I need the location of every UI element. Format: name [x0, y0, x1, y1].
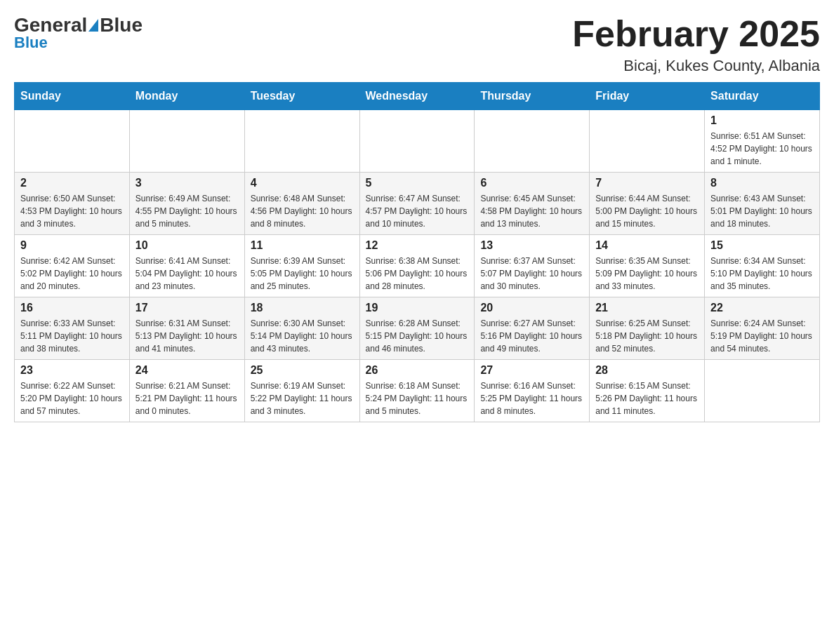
day-info: Sunrise: 6:42 AM Sunset: 5:02 PM Dayligh…: [20, 255, 124, 293]
day-number: 25: [251, 364, 354, 377]
day-info: Sunrise: 6:45 AM Sunset: 4:58 PM Dayligh…: [480, 192, 583, 230]
calendar-cell: 11Sunrise: 6:39 AM Sunset: 5:05 PM Dayli…: [244, 235, 359, 297]
day-number: 1: [710, 114, 814, 127]
day-info: Sunrise: 6:24 AM Sunset: 5:19 PM Dayligh…: [710, 317, 814, 355]
day-number: 6: [480, 177, 583, 189]
calendar-cell: 4Sunrise: 6:48 AM Sunset: 4:56 PM Daylig…: [244, 173, 359, 235]
calendar-cell: [244, 110, 359, 173]
calendar-cell: [705, 360, 820, 422]
calendar-cell: 10Sunrise: 6:41 AM Sunset: 5:04 PM Dayli…: [129, 235, 244, 297]
day-header-saturday: Saturday: [705, 83, 820, 110]
day-number: 26: [366, 364, 469, 377]
day-header-tuesday: Tuesday: [244, 83, 359, 110]
day-info: Sunrise: 6:33 AM Sunset: 5:11 PM Dayligh…: [20, 317, 124, 355]
month-title: February 2025: [572, 14, 820, 54]
calendar-table: SundayMondayTuesdayWednesdayThursdayFrid…: [14, 82, 820, 422]
day-info: Sunrise: 6:27 AM Sunset: 5:16 PM Dayligh…: [480, 317, 583, 355]
logo-triangle-icon: [88, 19, 98, 32]
calendar-header-row: SundayMondayTuesdayWednesdayThursdayFrid…: [15, 83, 820, 110]
calendar-cell: 20Sunrise: 6:27 AM Sunset: 5:16 PM Dayli…: [475, 297, 590, 360]
logo-subtitle: Blue: [14, 34, 48, 52]
calendar-cell: 6Sunrise: 6:45 AM Sunset: 4:58 PM Daylig…: [475, 173, 590, 235]
page-header: General Blue Blue February 2025 Bicaj, K…: [14, 14, 820, 75]
calendar-cell: [129, 110, 244, 173]
day-number: 5: [366, 177, 469, 189]
day-number: 24: [135, 364, 239, 377]
day-info: Sunrise: 6:15 AM Sunset: 5:26 PM Dayligh…: [595, 380, 699, 417]
calendar-cell: 3Sunrise: 6:49 AM Sunset: 4:55 PM Daylig…: [129, 173, 244, 235]
day-number: 7: [595, 177, 699, 189]
day-info: Sunrise: 6:21 AM Sunset: 5:21 PM Dayligh…: [135, 380, 239, 417]
calendar-cell: 19Sunrise: 6:28 AM Sunset: 5:15 PM Dayli…: [359, 297, 475, 360]
day-header-thursday: Thursday: [475, 83, 590, 110]
day-header-wednesday: Wednesday: [359, 83, 475, 110]
day-number: 11: [251, 239, 354, 252]
day-info: Sunrise: 6:25 AM Sunset: 5:18 PM Dayligh…: [595, 317, 699, 355]
day-number: 18: [251, 302, 354, 314]
calendar-week-3: 9Sunrise: 6:42 AM Sunset: 5:02 PM Daylig…: [15, 235, 820, 297]
calendar-cell: 5Sunrise: 6:47 AM Sunset: 4:57 PM Daylig…: [359, 173, 475, 235]
day-info: Sunrise: 6:22 AM Sunset: 5:20 PM Dayligh…: [20, 380, 124, 417]
day-number: 23: [20, 364, 124, 377]
calendar-cell: 7Sunrise: 6:44 AM Sunset: 5:00 PM Daylig…: [590, 173, 705, 235]
logo-blue-text: Blue: [100, 14, 143, 36]
calendar-cell: [475, 110, 590, 173]
day-number: 19: [366, 302, 469, 314]
calendar-cell: 28Sunrise: 6:15 AM Sunset: 5:26 PM Dayli…: [590, 360, 705, 422]
calendar-cell: 12Sunrise: 6:38 AM Sunset: 5:06 PM Dayli…: [359, 235, 475, 297]
day-number: 2: [20, 177, 124, 189]
day-number: 14: [595, 239, 699, 252]
calendar-cell: 2Sunrise: 6:50 AM Sunset: 4:53 PM Daylig…: [15, 173, 130, 235]
day-number: 12: [366, 239, 469, 252]
calendar-cell: 15Sunrise: 6:34 AM Sunset: 5:10 PM Dayli…: [705, 235, 820, 297]
calendar-cell: 9Sunrise: 6:42 AM Sunset: 5:02 PM Daylig…: [15, 235, 130, 297]
calendar-cell: 17Sunrise: 6:31 AM Sunset: 5:13 PM Dayli…: [129, 297, 244, 360]
calendar-week-4: 16Sunrise: 6:33 AM Sunset: 5:11 PM Dayli…: [15, 297, 820, 360]
day-info: Sunrise: 6:43 AM Sunset: 5:01 PM Dayligh…: [710, 192, 814, 230]
calendar-cell: 24Sunrise: 6:21 AM Sunset: 5:21 PM Dayli…: [129, 360, 244, 422]
calendar-week-2: 2Sunrise: 6:50 AM Sunset: 4:53 PM Daylig…: [15, 173, 820, 235]
day-number: 13: [480, 239, 583, 252]
day-info: Sunrise: 6:51 AM Sunset: 4:52 PM Dayligh…: [710, 130, 814, 168]
day-info: Sunrise: 6:44 AM Sunset: 5:00 PM Dayligh…: [595, 192, 699, 230]
calendar-cell: [359, 110, 475, 173]
day-number: 3: [135, 177, 239, 189]
calendar-week-1: 1Sunrise: 6:51 AM Sunset: 4:52 PM Daylig…: [15, 110, 820, 173]
day-header-friday: Friday: [590, 83, 705, 110]
day-info: Sunrise: 6:16 AM Sunset: 5:25 PM Dayligh…: [480, 380, 583, 417]
day-info: Sunrise: 6:18 AM Sunset: 5:24 PM Dayligh…: [366, 380, 469, 417]
calendar-cell: 21Sunrise: 6:25 AM Sunset: 5:18 PM Dayli…: [590, 297, 705, 360]
day-number: 21: [595, 302, 699, 314]
calendar-cell: 18Sunrise: 6:30 AM Sunset: 5:14 PM Dayli…: [244, 297, 359, 360]
day-number: 16: [20, 302, 124, 314]
day-number: 15: [710, 239, 814, 252]
day-info: Sunrise: 6:37 AM Sunset: 5:07 PM Dayligh…: [480, 255, 583, 293]
calendar-cell: 27Sunrise: 6:16 AM Sunset: 5:25 PM Dayli…: [475, 360, 590, 422]
calendar-cell: 26Sunrise: 6:18 AM Sunset: 5:24 PM Dayli…: [359, 360, 475, 422]
day-number: 28: [595, 364, 699, 377]
calendar-cell: 25Sunrise: 6:19 AM Sunset: 5:22 PM Dayli…: [244, 360, 359, 422]
day-info: Sunrise: 6:31 AM Sunset: 5:13 PM Dayligh…: [135, 317, 239, 355]
day-info: Sunrise: 6:48 AM Sunset: 4:56 PM Dayligh…: [251, 192, 354, 230]
day-number: 4: [251, 177, 354, 189]
day-info: Sunrise: 6:39 AM Sunset: 5:05 PM Dayligh…: [251, 255, 354, 293]
calendar-cell: 16Sunrise: 6:33 AM Sunset: 5:11 PM Dayli…: [15, 297, 130, 360]
calendar-cell: 14Sunrise: 6:35 AM Sunset: 5:09 PM Dayli…: [590, 235, 705, 297]
calendar-cell: 13Sunrise: 6:37 AM Sunset: 5:07 PM Dayli…: [475, 235, 590, 297]
day-number: 20: [480, 302, 583, 314]
day-info: Sunrise: 6:50 AM Sunset: 4:53 PM Dayligh…: [20, 192, 124, 230]
calendar-cell: [590, 110, 705, 173]
day-number: 9: [20, 239, 124, 252]
title-section: February 2025 Bicaj, Kukes County, Alban…: [572, 14, 820, 75]
day-header-sunday: Sunday: [15, 83, 130, 110]
calendar-week-5: 23Sunrise: 6:22 AM Sunset: 5:20 PM Dayli…: [15, 360, 820, 422]
day-info: Sunrise: 6:34 AM Sunset: 5:10 PM Dayligh…: [710, 255, 814, 293]
logo: General Blue Blue: [14, 14, 143, 52]
day-info: Sunrise: 6:28 AM Sunset: 5:15 PM Dayligh…: [366, 317, 469, 355]
day-number: 10: [135, 239, 239, 252]
day-info: Sunrise: 6:38 AM Sunset: 5:06 PM Dayligh…: [366, 255, 469, 293]
calendar-cell: 23Sunrise: 6:22 AM Sunset: 5:20 PM Dayli…: [15, 360, 130, 422]
calendar-cell: 8Sunrise: 6:43 AM Sunset: 5:01 PM Daylig…: [705, 173, 820, 235]
day-info: Sunrise: 6:19 AM Sunset: 5:22 PM Dayligh…: [251, 380, 354, 417]
day-info: Sunrise: 6:35 AM Sunset: 5:09 PM Dayligh…: [595, 255, 699, 293]
